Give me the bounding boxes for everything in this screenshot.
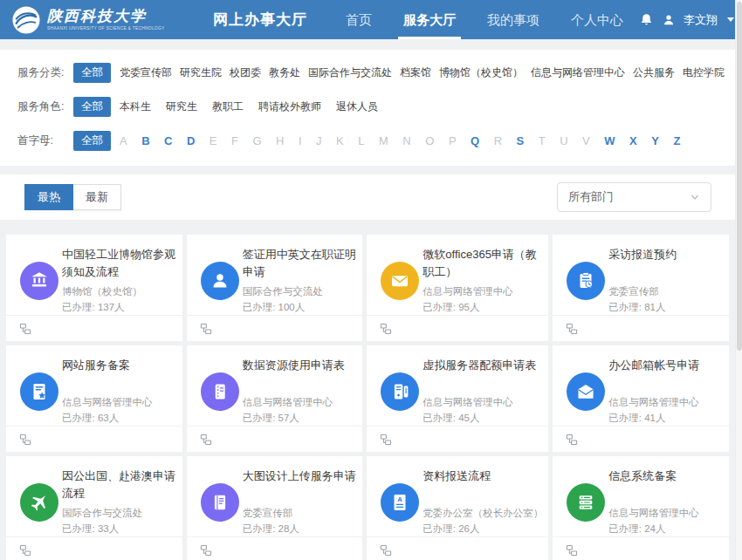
flow-icon[interactable] <box>380 434 392 446</box>
category-option[interactable]: 教务处 <box>269 65 300 80</box>
flow-icon[interactable] <box>566 434 578 446</box>
service-card[interactable]: 因公出国、赴港澳申请流程国际合作与交流处已办理: 33人 <box>6 456 182 560</box>
initial-letter[interactable]: E <box>210 134 217 147</box>
service-title[interactable]: 数据资源使用申请表 <box>243 357 358 392</box>
category-option[interactable]: 研究生院 <box>180 65 222 80</box>
flow-icon[interactable] <box>200 434 212 446</box>
flow-icon[interactable] <box>566 323 578 335</box>
role-option[interactable]: 教职工 <box>212 99 244 114</box>
initial-letter[interactable]: V <box>582 134 590 147</box>
category-option[interactable]: 国际合作与交流处 <box>308 65 392 80</box>
initial-letter[interactable]: M <box>379 134 388 147</box>
initial-letter[interactable]: Q <box>471 134 479 147</box>
initial-letter[interactable]: T <box>539 134 546 147</box>
category-option[interactable]: 电控学院 <box>683 65 725 80</box>
role-option[interactable]: 研究生 <box>166 99 197 114</box>
tab-newest[interactable]: 最新 <box>73 184 121 210</box>
service-card[interactable]: 采访报道预约党委宣传部已办理: 81人 <box>553 235 729 341</box>
service-card[interactable]: 中国轻工业博物馆参观须知及流程博物馆（校史馆）已办理: 137人 <box>6 235 182 341</box>
nav-item-service-hall[interactable]: 服务大厅 <box>388 0 471 39</box>
initial-letter[interactable]: K <box>336 134 344 147</box>
category-option[interactable]: 博物馆（校史馆） <box>439 65 523 80</box>
flow-icon[interactable] <box>19 434 31 446</box>
flow-icon[interactable] <box>200 544 212 557</box>
service-card-text: 采访报道预约党委宣传部已办理: 81人 <box>608 246 724 315</box>
service-handled-count: 已办理: 81人 <box>608 301 724 314</box>
initial-letter[interactable]: J <box>316 134 322 147</box>
scrollbar[interactable] <box>735 0 742 560</box>
initial-letter[interactable]: R <box>494 134 502 147</box>
service-card[interactable]: 办公邮箱帐号申请信息与网络管理中心已办理: 41人 <box>553 345 729 452</box>
initial-letter[interactable]: I <box>299 134 302 147</box>
university-logo[interactable]: 陕西科技大学 SHAANXI UNIVERSITY OF SCIENCE & T… <box>12 6 190 34</box>
service-title[interactable]: 信息系统备案 <box>608 468 724 502</box>
initial-letter[interactable]: Z <box>673 134 680 147</box>
service-card[interactable]: 信息系统备案信息与网络管理中心已办理: 24人 <box>553 456 729 560</box>
caret-down-icon[interactable] <box>727 17 734 22</box>
service-card-text: 大图设计上传服务申请党委宣传部已办理: 28人 <box>243 468 358 536</box>
initial-letter[interactable]: O <box>425 134 434 147</box>
main-nav: 首页服务大厅我的事项个人中心 <box>330 0 639 39</box>
service-title[interactable]: 网站服务备案 <box>62 357 177 392</box>
nav-item-my-matters[interactable]: 我的事项 <box>471 0 555 39</box>
role-option-all[interactable]: 全部 <box>73 97 111 117</box>
initial-letter[interactable]: C <box>164 134 172 147</box>
service-title[interactable]: 虚拟服务器配额申请表 <box>423 357 543 392</box>
service-title[interactable]: 中国轻工业博物馆参观须知及流程 <box>62 246 177 281</box>
initial-letter[interactable]: S <box>517 134 525 147</box>
initial-letter[interactable]: Y <box>651 134 659 147</box>
category-option[interactable]: 校团委 <box>230 65 261 80</box>
initial-letter[interactable]: U <box>560 134 567 147</box>
service-title[interactable]: 采访报道预约 <box>608 246 724 281</box>
service-card-body: 网站服务备案信息与网络管理中心已办理: 63人 <box>6 345 182 426</box>
category-option[interactable]: 公共服务 <box>633 65 675 80</box>
service-card[interactable]: 微软office365申请（教职工）信息与网络管理中心已办理: 95人 <box>367 235 548 341</box>
service-title[interactable]: 资料报送流程 <box>423 468 543 502</box>
service-card[interactable]: A资料报送流程党委办公室（校长办公室）已办理: 26人 <box>367 456 548 560</box>
category-option[interactable]: 党委宣传部 <box>120 65 172 80</box>
service-title[interactable]: 因公出国、赴港澳申请流程 <box>62 468 177 502</box>
initial-letter[interactable]: N <box>402 134 410 147</box>
role-option[interactable]: 本科生 <box>120 99 151 114</box>
service-card[interactable]: 虚拟服务器配额申请表信息与网络管理中心已办理: 45人 <box>367 345 548 452</box>
initial-letter[interactable]: P <box>449 134 457 147</box>
flow-icon[interactable] <box>380 323 392 335</box>
department-select[interactable]: 所有部门 <box>557 182 711 212</box>
service-title[interactable]: 大图设计上传服务申请 <box>243 468 358 502</box>
service-card[interactable]: 网站服务备案信息与网络管理中心已办理: 63人 <box>6 345 182 452</box>
user-icon[interactable] <box>662 13 676 27</box>
initial-letter[interactable]: D <box>187 134 195 147</box>
initial-letter[interactable]: W <box>604 134 615 147</box>
initial-letter[interactable]: H <box>276 134 284 147</box>
initial-letter[interactable]: B <box>141 134 149 147</box>
role-option[interactable]: 聘请校外教师 <box>258 99 321 114</box>
flow-icon[interactable] <box>200 323 212 335</box>
initial-letter[interactable]: A <box>120 134 127 147</box>
service-card[interactable]: 数据资源使用申请表信息与网络管理中心已办理: 57人 <box>187 345 363 452</box>
initial-option-all[interactable]: 全部 <box>73 131 111 151</box>
service-card-footer <box>187 426 363 452</box>
service-card[interactable]: 签证用中英文在职证明申请国际合作与交流处已办理: 100人 <box>187 235 363 341</box>
category-option[interactable]: 档案馆 <box>400 65 431 80</box>
initial-letter[interactable]: F <box>231 134 238 147</box>
category-option-all[interactable]: 全部 <box>73 63 111 83</box>
initial-letter[interactable]: X <box>629 134 637 147</box>
tab-hottest[interactable]: 最热 <box>24 184 73 210</box>
flow-icon[interactable] <box>19 323 31 335</box>
service-title[interactable]: 签证用中英文在职证明申请 <box>243 246 358 281</box>
service-title[interactable]: 微软office365申请（教职工） <box>423 246 543 281</box>
nav-item-personal-center[interactable]: 个人中心 <box>555 0 639 39</box>
username[interactable]: 李文翔 <box>684 12 718 28</box>
scrollbar-thumb[interactable] <box>737 2 742 351</box>
service-title[interactable]: 办公邮箱帐号申请 <box>608 357 724 392</box>
nav-item-home[interactable]: 首页 <box>330 0 388 39</box>
category-option[interactable]: 信息与网络管理中心 <box>531 65 625 80</box>
initial-letter[interactable]: G <box>252 134 261 147</box>
flow-icon[interactable] <box>566 544 578 557</box>
service-card[interactable]: 大图设计上传服务申请党委宣传部已办理: 28人 <box>187 456 363 560</box>
flow-icon[interactable] <box>19 544 31 557</box>
initial-letter[interactable]: L <box>358 134 364 147</box>
bell-icon[interactable] <box>639 12 654 27</box>
role-option[interactable]: 退休人员 <box>336 99 378 114</box>
flow-icon[interactable] <box>380 544 392 557</box>
